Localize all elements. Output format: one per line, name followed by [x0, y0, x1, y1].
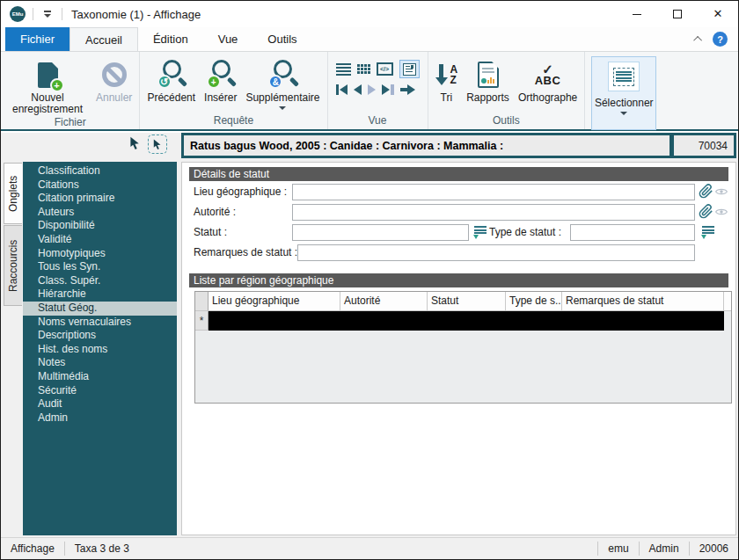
ribbon-group-requete: ↺ Précédent + Insérer	[139, 52, 326, 129]
sidebar-item-homotypiques[interactable]: Homotypiques	[23, 247, 177, 261]
chevron-down-icon	[279, 106, 286, 110]
sort-az-icon: AZ	[435, 64, 458, 85]
maximize-button[interactable]	[657, 1, 698, 27]
last-record-button[interactable]	[382, 84, 394, 95]
label-type-de-statut: Type de statut :	[489, 224, 561, 241]
reports-button[interactable]: Rapports	[462, 54, 514, 104]
status-mode: Affichage	[1, 542, 64, 555]
ribbon-group-select: Sélectionner	[584, 52, 662, 129]
ribbon-group-outils: AZ Tri Rapports	[428, 52, 585, 129]
select-button[interactable]: Sélectionner	[591, 56, 656, 130]
new-record-icon: +	[38, 62, 58, 88]
sidebar-item-noms-vernaculaires[interactable]: Noms vernaculaires	[23, 316, 177, 330]
input-autorite[interactable]	[292, 204, 695, 221]
collapse-ribbon-icon[interactable]	[693, 36, 702, 45]
search-previous-icon: ↺	[157, 60, 187, 90]
previous-record-button[interactable]	[354, 84, 362, 95]
ribbon-tab-strip: Fichier Accueil Édition Vue Outils ?	[1, 27, 738, 51]
label-lieu-geographique: Lieu géographique :	[194, 184, 287, 200]
first-record-button[interactable]	[336, 84, 348, 95]
input-type-de-statut[interactable]	[570, 224, 695, 241]
sidebar-item-notes[interactable]: Notes	[23, 356, 177, 370]
spellcheck-button[interactable]: ✓ ABC Orthographe	[514, 54, 582, 104]
quick-access-dropdown-button[interactable]	[40, 7, 55, 21]
sidebar-item-citations[interactable]: Citations	[23, 178, 177, 193]
record-detail-panel: Détails de statut Lieu géographique : Au…	[181, 162, 736, 535]
tab-edition[interactable]: Édition	[138, 27, 203, 51]
sidebar-item-audit[interactable]: Audit	[23, 397, 177, 411]
details-view-icon	[403, 63, 416, 76]
sidebar-item-citation-primaire[interactable]: Citation primaire	[23, 192, 177, 206]
status-record-count: Taxa 3 de 3	[65, 542, 139, 555]
status-code: 20006	[690, 542, 738, 555]
new-row-marker[interactable]: *	[195, 311, 209, 331]
search-insert-icon: +	[206, 60, 236, 90]
app-window: EMu Taxonomie (1) - Affichage ✕ Fichier …	[0, 0, 739, 560]
sidebar-item-statut-geog[interactable]: Statut Géog.	[23, 302, 177, 316]
sidebar-tab-onglets[interactable]: Onglets	[4, 163, 22, 224]
record-number-field[interactable]: 70034	[674, 135, 734, 156]
sidebar-item-auteurs[interactable]: Auteurs	[23, 206, 177, 220]
sidebar-item-classification[interactable]: Classification	[23, 164, 177, 178]
goto-record-button[interactable]	[400, 84, 415, 95]
select-records-icon	[613, 68, 634, 86]
list-view-button[interactable]	[336, 63, 351, 76]
column-header-statut[interactable]: Statut	[428, 292, 506, 310]
lookup-list-icon[interactable]	[472, 225, 487, 239]
column-header-remarques[interactable]: Remarques de statut	[562, 292, 724, 310]
emu-logo-icon[interactable]: EMu	[10, 6, 26, 22]
input-lieu-geographique[interactable]	[292, 184, 695, 200]
insert-query-button[interactable]: + Insérer	[200, 54, 241, 104]
group-label-requete: Requête	[143, 113, 324, 129]
group-label-fichier: Fichier	[4, 115, 136, 131]
tab-vue[interactable]: Vue	[203, 27, 253, 51]
grid-view-button[interactable]	[357, 64, 370, 74]
attach-icon[interactable]	[699, 203, 713, 222]
group-label-vue: Vue	[331, 113, 425, 129]
sidebar-item-multimedia[interactable]: Multimédia	[23, 370, 177, 384]
record-summary-field[interactable]: Ratus bagus Wood, 2005 : Canidae : Carni…	[184, 135, 669, 156]
select-record-tool-icon[interactable]	[148, 135, 167, 154]
table-row[interactable]: *	[195, 311, 731, 331]
column-header-type-de-statut[interactable]: Type de s...	[506, 292, 562, 310]
minimize-button[interactable]	[617, 1, 657, 27]
titlebar-separator	[33, 8, 33, 20]
sidebar-item-hierarchie[interactable]: Hiérarchie	[23, 287, 177, 302]
close-icon: ✕	[713, 10, 723, 18]
sidebar-item-admin[interactable]: Admin	[23, 411, 177, 425]
details-view-button[interactable]	[399, 60, 420, 78]
new-record-button[interactable]: + Nouvel enregistrement	[4, 54, 91, 115]
sidebar-item-descriptions[interactable]: Descriptions	[23, 329, 177, 343]
eye-icon[interactable]	[715, 186, 728, 199]
column-header-autorite[interactable]: Autorité	[340, 292, 428, 310]
input-remarques-de-statut[interactable]	[297, 244, 695, 261]
table-corner-cell[interactable]	[195, 292, 209, 310]
tab-accueil[interactable]: Accueil	[70, 27, 138, 51]
cancel-button[interactable]: Annuler	[91, 54, 136, 104]
sort-button[interactable]: AZ Tri	[431, 54, 463, 104]
column-header-lieu-geographique[interactable]: Lieu géographique	[209, 292, 340, 310]
ribbon-group-fichier: + Nouvel enregistrement Annuler Fichier	[1, 52, 139, 129]
tab-list-sidebar: Classification Citations Citation primai…	[23, 162, 177, 535]
lookup-list-icon[interactable]	[700, 225, 714, 239]
sidebar-item-hist-des-noms[interactable]: Hist. des noms	[23, 343, 177, 357]
sidebar-item-disponibilite[interactable]: Disponibilité	[23, 219, 177, 233]
next-record-button[interactable]	[368, 84, 376, 95]
pointer-tool-icon[interactable]	[128, 135, 143, 153]
sidebar-item-tous-les-syn[interactable]: Tous les Syn.	[23, 260, 177, 274]
sidebar-item-validite[interactable]: Validité	[23, 233, 177, 247]
code-view-button[interactable]: </>	[377, 62, 393, 76]
sidebar-item-class-super[interactable]: Class. Supér.	[23, 274, 177, 288]
previous-query-button[interactable]: ↺ Précédent	[143, 54, 200, 104]
sidebar-item-securite[interactable]: Sécurité	[23, 384, 177, 398]
attach-icon[interactable]	[699, 183, 713, 202]
input-statut[interactable]	[292, 224, 469, 241]
help-button[interactable]: ?	[713, 32, 728, 47]
eye-icon[interactable]	[715, 207, 728, 219]
sidebar-tab-raccourcis[interactable]: Raccourcis	[4, 225, 22, 306]
selected-empty-row[interactable]	[209, 311, 724, 331]
tab-outils[interactable]: Outils	[252, 27, 311, 51]
close-button[interactable]: ✕	[698, 1, 738, 27]
tab-fichier[interactable]: Fichier	[5, 27, 70, 51]
additional-query-button[interactable]: & Supplémentaire	[241, 54, 324, 110]
